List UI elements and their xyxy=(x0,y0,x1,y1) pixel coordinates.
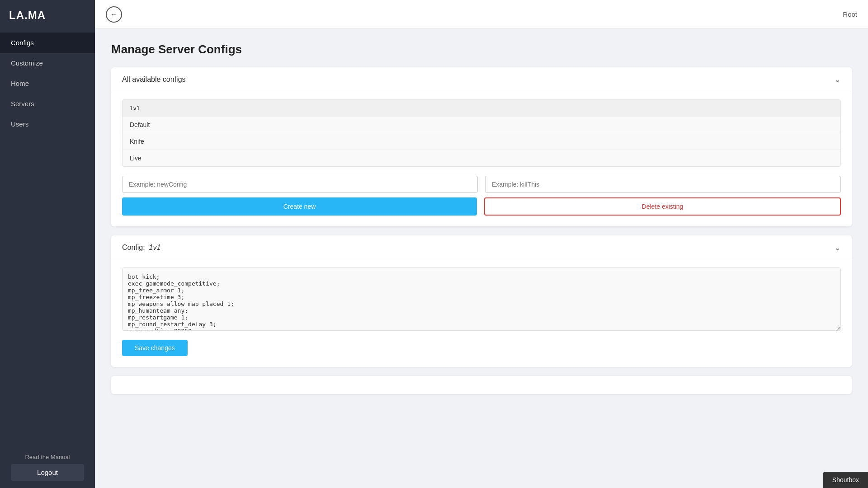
sidebar-item-servers[interactable]: Servers xyxy=(0,94,95,114)
editor-card-chevron[interactable]: ⌄ xyxy=(834,243,841,253)
sidebar-item-configs[interactable]: Configs xyxy=(0,33,95,53)
editor-card-title: Config: 1v1 xyxy=(122,244,160,252)
extra-card xyxy=(111,376,852,394)
list-item[interactable]: 1v1 xyxy=(123,100,840,117)
list-item[interactable]: Knife xyxy=(123,133,840,150)
sidebar: LA.MA Configs Customize Home Servers Use… xyxy=(0,0,95,488)
configs-card-body: 1v1 Default Knife Live Create new Delete… xyxy=(111,92,852,226)
editor-card-header: Config: 1v1 ⌄ xyxy=(111,235,852,260)
configs-card: All available configs ⌄ 1v1 Default Knif… xyxy=(111,67,852,226)
editor-card: Config: 1v1 ⌄ bot_kick; exec gamemode_co… xyxy=(111,235,852,367)
create-config-input[interactable] xyxy=(122,176,478,193)
user-label: Root xyxy=(843,10,857,18)
delete-config-input[interactable] xyxy=(485,176,841,193)
sidebar-nav: Configs Customize Home Servers Users xyxy=(0,33,95,446)
main-area: ← Root Manage Server Configs All availab… xyxy=(95,0,868,488)
configs-card-header: All available configs ⌄ xyxy=(111,67,852,92)
read-manual-link[interactable]: Read the Manual xyxy=(11,454,84,460)
app-logo: LA.MA xyxy=(0,0,95,33)
config-editor-textarea[interactable]: bot_kick; exec gamemode_competitive; mp_… xyxy=(122,267,841,331)
configs-card-chevron[interactable]: ⌄ xyxy=(834,75,841,84)
page-title: Manage Server Configs xyxy=(111,42,852,56)
list-item[interactable]: Default xyxy=(123,117,840,133)
topbar: ← Root xyxy=(95,0,868,29)
config-actions: Create new Delete existing xyxy=(122,193,841,216)
sidebar-item-home[interactable]: Home xyxy=(0,73,95,94)
list-item[interactable]: Live xyxy=(123,150,840,166)
shoutbox-bar[interactable]: Shoutbox xyxy=(823,472,868,488)
sidebar-item-users[interactable]: Users xyxy=(0,114,95,134)
editor-card-body: bot_kick; exec gamemode_competitive; mp_… xyxy=(111,260,852,367)
create-new-button[interactable]: Create new xyxy=(122,197,477,216)
sidebar-footer: Read the Manual Logout xyxy=(0,446,95,488)
content-area: Manage Server Configs All available conf… xyxy=(95,29,868,488)
editor-card-config-name: 1v1 xyxy=(149,244,161,251)
editor-card-title-prefix: Config: xyxy=(122,244,145,251)
delete-existing-button[interactable]: Delete existing xyxy=(484,197,841,216)
save-changes-button[interactable]: Save changes xyxy=(122,340,188,356)
configs-card-title: All available configs xyxy=(122,75,186,84)
config-list: 1v1 Default Knife Live xyxy=(122,99,841,167)
sidebar-item-customize[interactable]: Customize xyxy=(0,53,95,73)
config-form-inputs xyxy=(122,176,841,193)
logout-button[interactable]: Logout xyxy=(11,464,84,481)
back-button[interactable]: ← xyxy=(106,6,122,23)
